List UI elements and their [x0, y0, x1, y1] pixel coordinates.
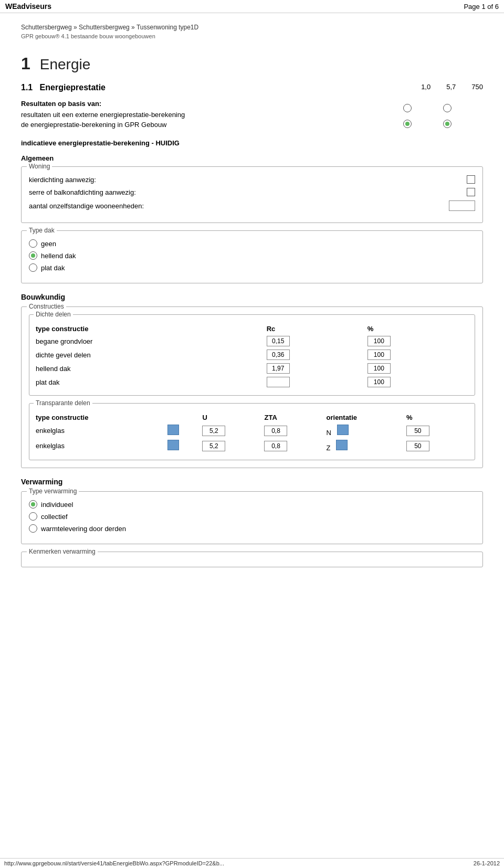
- row-rc: [267, 375, 368, 389]
- dichte-delen-legend: Dichte delen: [34, 311, 73, 318]
- trans-ori-2: Z: [327, 438, 406, 453]
- kierdichting-checkbox[interactable]: [467, 175, 475, 184]
- results-text-col: Resultaten op basis van: resultaten uit …: [21, 100, 403, 131]
- trans-zta-1: [264, 423, 326, 438]
- table-row: dichte gevel delen: [36, 348, 468, 362]
- page-indicator: Page 1 of 6: [464, 3, 499, 10]
- rc-input-2[interactable]: [267, 350, 290, 360]
- page-current: 1: [481, 3, 485, 10]
- result-option1-label: resultaten uit een externe energiepresta…: [21, 111, 185, 119]
- pct-input-3[interactable]: [368, 363, 391, 374]
- col-pct: %: [406, 412, 468, 423]
- table-row: enkelglas Z: [36, 438, 468, 453]
- breadcrumb-sub-text: GPR gebouw® 4.1 bestaande bouw woongebou…: [21, 33, 155, 39]
- type-verwarming-legend: Type verwarming: [27, 488, 79, 495]
- trans-u-2: [202, 438, 264, 453]
- col-u-label: U: [202, 412, 264, 423]
- dak-hellend-radio[interactable]: [29, 251, 37, 260]
- rc-input-4[interactable]: [267, 377, 290, 387]
- section-title: Energie: [40, 56, 91, 73]
- result-row-2: de energieprestatie-berekening in GPR Ge…: [21, 121, 403, 129]
- constructies-box: Constructies Dichte delen type construct…: [21, 306, 483, 468]
- results-radio-col2: [443, 104, 452, 128]
- blue-button-1[interactable]: [167, 425, 179, 435]
- dak-hellend-row: hellend dak: [29, 251, 475, 260]
- constructies-legend: Constructies: [27, 303, 66, 310]
- subsection-number: 1.1: [21, 83, 33, 92]
- pct-trans-1[interactable]: [406, 426, 429, 436]
- zta-input-2[interactable]: [264, 441, 287, 451]
- pct-input-2[interactable]: [368, 350, 391, 360]
- kierdichting-row: kierdichting aanwezig:: [29, 175, 475, 184]
- trans-pct-1: [406, 423, 468, 438]
- col-ori: orientatie: [327, 412, 406, 423]
- rc-input-1[interactable]: [267, 336, 290, 346]
- results-radio-col: [403, 104, 412, 128]
- col-type: type constructie: [36, 412, 167, 423]
- blue-button-2[interactable]: [167, 440, 179, 450]
- radio-option1[interactable]: [403, 104, 412, 112]
- verw-collectief-radio[interactable]: [29, 512, 37, 521]
- col-pct: %: [368, 323, 468, 334]
- subsection-values: 1,0 5,7 750: [421, 83, 483, 91]
- kenmerken-verwarming-legend: Kenmerken verwarming: [27, 548, 98, 555]
- pct-trans-2[interactable]: [406, 441, 429, 451]
- serre-checkbox[interactable]: [467, 188, 475, 196]
- trans-zta-2: [264, 438, 326, 453]
- col-zta: ZTA: [264, 412, 326, 423]
- ori-btn-1[interactable]: [337, 425, 349, 435]
- radio-option1-col2[interactable]: [443, 104, 452, 112]
- type-verwarming-content: individueel collectief warmtelevering do…: [29, 500, 475, 533]
- bouwkundig-label: Bouwkundig: [21, 293, 483, 301]
- verw-individueel-radio[interactable]: [29, 500, 37, 509]
- dak-geen-radio[interactable]: [29, 239, 37, 248]
- indicatieve-heading: indicatieve energieprestatie-berekening …: [21, 139, 180, 147]
- row-rc: [267, 348, 368, 362]
- woning-content: kierdichting aanwezig: serre of balkonaf…: [29, 175, 475, 211]
- subsection-heading: Energieprestatie: [40, 83, 106, 92]
- table-row: enkelglas N: [36, 423, 468, 438]
- type-verwarming-fieldset: Type verwarming individueel collectief w…: [21, 491, 483, 544]
- woning-legend: Woning: [27, 163, 52, 170]
- dak-geen-row: geen: [29, 239, 475, 248]
- table-row: hellend dak: [36, 362, 468, 375]
- rc-input-3[interactable]: [267, 363, 290, 374]
- row-pct: [368, 362, 468, 375]
- breadcrumb: Schuttersbergweg » Schuttersbergweg » Tu…: [21, 24, 483, 31]
- dak-plat-radio[interactable]: [29, 263, 37, 272]
- aantal-input[interactable]: [449, 200, 475, 211]
- table-row: plat dak: [36, 375, 468, 389]
- verw-individueel-label: individueel: [41, 501, 73, 509]
- section-heading: 1 Energie: [21, 54, 483, 73]
- zta-input-1[interactable]: [264, 426, 287, 436]
- woning-fieldset: Woning kierdichting aanwezig: serre of b…: [21, 166, 483, 223]
- type-dak-fieldset: Type dak geen hellend dak plat dak: [21, 230, 483, 283]
- table-row: begane grondvloer: [36, 334, 468, 348]
- verwarming-label: Verwarming: [21, 478, 483, 486]
- verw-individueel-row: individueel: [29, 500, 475, 509]
- pct-input-1[interactable]: [368, 336, 391, 346]
- page-total: 6: [495, 3, 499, 10]
- results-basis-label: Resultaten op basis van:: [21, 100, 403, 108]
- verw-warmtelevering-radio[interactable]: [29, 524, 37, 533]
- val3: 750: [471, 83, 483, 91]
- serre-label: serre of balkonafdichting aanwezig:: [29, 188, 467, 196]
- u-input-1[interactable]: [202, 426, 225, 436]
- page-of: of: [487, 3, 493, 10]
- page-label: Page: [464, 3, 479, 10]
- verw-warmtelevering-label: warmtelevering door derden: [41, 525, 126, 533]
- trans-label-2: enkelglas: [36, 438, 167, 453]
- pct-input-4[interactable]: [368, 377, 391, 387]
- dak-geen-label: geen: [41, 240, 56, 248]
- aantal-label: aantal onzelfstandige wooneenheden:: [29, 202, 449, 210]
- col-rc: Rc: [267, 323, 368, 334]
- u-input-2[interactable]: [202, 441, 225, 451]
- app-logo: WEadviseurs: [5, 2, 51, 10]
- trans-u-1: [202, 423, 264, 438]
- radio-option2[interactable]: [403, 120, 412, 128]
- ori-btn-2[interactable]: [336, 440, 348, 450]
- trans-ori-1: N: [327, 423, 406, 438]
- trans-btn-2: [167, 438, 202, 453]
- transparante-legend: Transparante delen: [34, 399, 92, 407]
- radio-option2-col2[interactable]: [443, 120, 452, 128]
